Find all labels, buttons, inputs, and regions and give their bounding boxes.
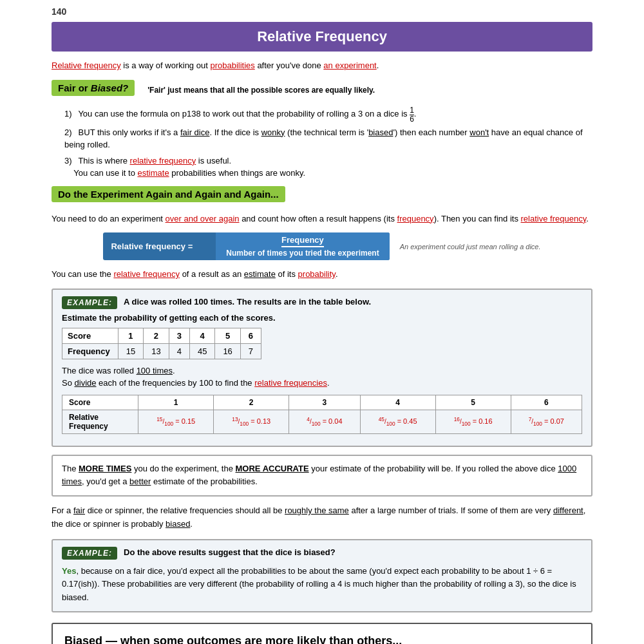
table2-header-4: 4 xyxy=(360,395,435,410)
do-experiment-section: Do the Experiment Again and Again and Ag… xyxy=(52,186,592,207)
formula-box: Relative frequency = Frequency Number of… xyxy=(103,232,389,260)
answer-text: , because on a fair dice, you'd expect a… xyxy=(62,566,576,603)
rolled-text: The dice was rolled 100 times. So divide… xyxy=(62,365,582,390)
table1-header-3: 3 xyxy=(169,328,189,343)
do-experiment-header: Do the Experiment Again and Again and Ag… xyxy=(52,186,285,202)
table1-header-5: 5 xyxy=(215,328,240,343)
fair-biased-header: Fair or Biased? xyxy=(52,80,135,96)
table2-rf-2: 13/100 = 0.13 xyxy=(214,410,289,433)
table1-freq-2: 13 xyxy=(144,343,169,359)
example-2-header: EXAMPLE:Do the above results suggest tha… xyxy=(62,547,582,560)
table2-rf-6: 7/100 = 0.07 xyxy=(511,410,582,433)
experiment-paragraph: You need to do an experiment over and ov… xyxy=(52,213,592,225)
fair-word: Fair xyxy=(58,82,76,93)
intro-paragraph: Relative frequency is a way of working o… xyxy=(52,59,592,72)
table1-header-4: 4 xyxy=(189,328,214,343)
table2-rf-3: 4/100 = 0.04 xyxy=(289,410,360,433)
table2-header-6: 6 xyxy=(511,395,582,410)
table1-freq-6: 7 xyxy=(240,343,261,359)
example-2-label: EXAMPLE: xyxy=(62,547,117,560)
example-1-table1: Score 1 2 3 4 5 6 Frequency 15 13 4 45 1… xyxy=(62,328,261,359)
formula-fraction: Frequency Number of times you tried the … xyxy=(216,232,389,260)
biased-word: Biased? xyxy=(91,82,128,93)
biased-section: Biased — when some outcomes are more lik… xyxy=(52,623,592,644)
table2-rf-5: 16/100 = 0.16 xyxy=(435,410,511,433)
formula-note: An experiment could just mean rolling a … xyxy=(400,243,541,251)
fair-dice-text: For a fair dice or spinner, the relative… xyxy=(52,504,592,531)
more-times-box: The MORE TIMES you do the experiment, th… xyxy=(52,455,592,497)
probabilities-link[interactable]: probabilities xyxy=(210,61,254,70)
example-1-subtitle: Estimate the probability of getting each… xyxy=(62,313,582,323)
table2-rf-1: 15/100 = 0.15 xyxy=(138,410,214,433)
formula-denominator: Number of times you tried the experiment xyxy=(226,249,379,258)
table1-freq-4: 45 xyxy=(189,343,214,359)
table2-header-1: 1 xyxy=(138,395,214,410)
experiment-link[interactable]: an experiment xyxy=(323,61,376,70)
table1-header-score: Score xyxy=(62,328,118,343)
table1-freq-label: Frequency xyxy=(62,343,118,359)
example-1-label: EXAMPLE: xyxy=(62,296,117,309)
table1-header-2: 2 xyxy=(144,328,169,343)
table1-freq-1: 15 xyxy=(118,343,143,359)
use-text: You can use the relative frequency of a … xyxy=(52,268,592,281)
fair-biased-row: Fair or Biased? 'Fair' just means that a… xyxy=(52,80,592,101)
table2-header-5: 5 xyxy=(435,395,511,410)
relative-frequency-link[interactable]: Relative frequency xyxy=(52,61,121,70)
table2-rf-4: 45/100 = 0.45 xyxy=(360,410,435,433)
example-1-title: A dice was rolled 100 times. The results… xyxy=(124,297,371,307)
page-number: 140 xyxy=(52,6,592,17)
answer-yes: Yes xyxy=(62,566,76,576)
bullet-3: 3) This is where relative frequency is u… xyxy=(64,155,592,180)
table2-header-score: Score xyxy=(62,395,138,410)
table1-header-1: 1 xyxy=(118,328,143,343)
fair-note: 'Fair' just means that all the possible … xyxy=(147,86,375,95)
example-1-table2: Score 1 2 3 4 5 6 RelativeFrequency 15/1… xyxy=(62,395,582,434)
formula-numerator: Frequency xyxy=(281,235,324,247)
table2-header-3: 3 xyxy=(289,395,360,410)
example-2-answer: Yes, because on a fair dice, you'd expec… xyxy=(62,565,582,605)
biased-title: Biased — when some outcomes are more lik… xyxy=(64,633,580,644)
table1-freq-5: 16 xyxy=(215,343,240,359)
page-title: Relative Frequency xyxy=(52,22,592,52)
formula-container: Relative frequency = Frequency Number of… xyxy=(52,232,592,260)
table1-header-6: 6 xyxy=(240,328,261,343)
bullet-list: 1) You can use the formula on p138 to wo… xyxy=(64,106,592,180)
example-2-title: Do the above results suggest that the di… xyxy=(124,547,336,557)
example-1-box: EXAMPLE:A dice was rolled 100 times. The… xyxy=(52,289,592,447)
formula-label: Relative frequency = xyxy=(103,236,200,256)
table2-header-2: 2 xyxy=(214,395,289,410)
example-2-box: EXAMPLE:Do the above results suggest tha… xyxy=(52,539,592,612)
example-1-header: EXAMPLE:A dice was rolled 100 times. The… xyxy=(62,296,582,309)
table1-freq-3: 4 xyxy=(169,343,189,359)
bullet-1: 1) You can use the formula on p138 to wo… xyxy=(64,106,592,123)
table2-rf-label: RelativeFrequency xyxy=(62,410,138,433)
bullet-2: 2) BUT this only works if it's a fair di… xyxy=(64,126,592,151)
